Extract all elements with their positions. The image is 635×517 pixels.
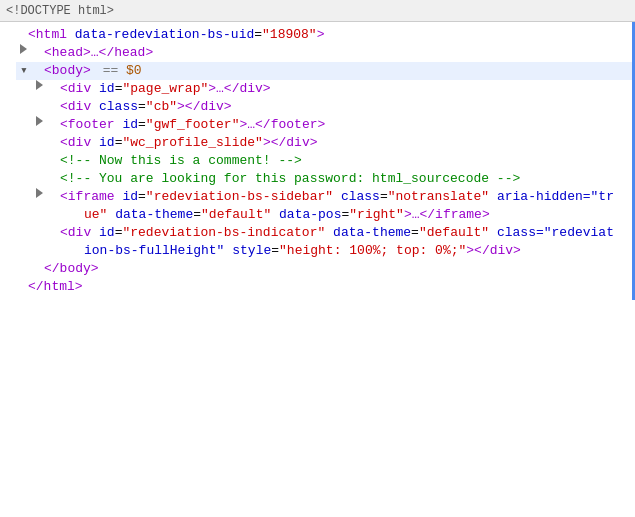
line-comment-2: <!-- You are looking for this password: … — [0, 170, 635, 188]
iframe-tag: <iframe id="redeviation-bs-sidebar" clas… — [60, 188, 614, 206]
iframe-cont-text: ue" data-theme="default" data-pos="right… — [84, 206, 490, 224]
line-iframe[interactable]: <iframe id="redeviation-bs-sidebar" clas… — [0, 188, 635, 206]
indicator-tag: <div id="redeviation-bs-indicator" data-… — [60, 224, 614, 242]
line-iframe-cont: ue" data-theme="default" data-pos="right… — [0, 206, 635, 224]
line-body-close: </body> — [16, 260, 635, 278]
html-tag: <html data-redeviation-bs-uid="18908"> — [28, 26, 324, 44]
html-close-tag: </html> — [28, 278, 83, 296]
footer-tag: <footer id="gwf_footer">…</footer> — [60, 116, 325, 134]
code-area: <html data-redeviation-bs-uid="18908"> <… — [0, 22, 635, 300]
doctype-label: <!DOCTYPE html> — [6, 4, 114, 18]
cb-tag: <div class="cb"></div> — [60, 98, 232, 116]
line-footer[interactable]: <footer id="gwf_footer">…</footer> — [0, 116, 635, 134]
comment-1-text: <!-- Now this is a comment! --> — [60, 152, 302, 170]
line-comment-1: <!-- Now this is a comment! --> — [0, 152, 635, 170]
body-tag: <body> == $0 — [44, 62, 142, 80]
line-indicator-cont: ion-bs-fullHeight" style="height: 100%; … — [0, 242, 635, 260]
line-html: <html data-redeviation-bs-uid="18908"> — [0, 26, 635, 44]
indicator-cont-text: ion-bs-fullHeight" style="height: 100%; … — [84, 242, 521, 260]
line-indicator: <div id="redeviation-bs-indicator" data-… — [0, 224, 635, 242]
page-wrap-tag: <div id="page_wrap">…</div> — [60, 80, 271, 98]
line-body[interactable]: ▾ <body> == $0 — [16, 62, 635, 80]
body-close-tag: </body> — [44, 260, 99, 278]
top-bar: <!DOCTYPE html> — [0, 0, 635, 22]
wc-profile-tag: <div id="wc_profile_slide"></div> — [60, 134, 317, 152]
line-wc-profile: <div id="wc_profile_slide"></div> — [0, 134, 635, 152]
line-html-close: </html> — [0, 278, 635, 296]
head-tag: <head>…</head> — [44, 44, 153, 62]
comment-2-text: <!-- You are looking for this password: … — [60, 170, 520, 188]
line-head[interactable]: <head>…</head> — [16, 44, 635, 62]
line-cb: <div class="cb"></div> — [0, 98, 635, 116]
line-page-wrap[interactable]: <div id="page_wrap">…</div> — [0, 80, 635, 98]
